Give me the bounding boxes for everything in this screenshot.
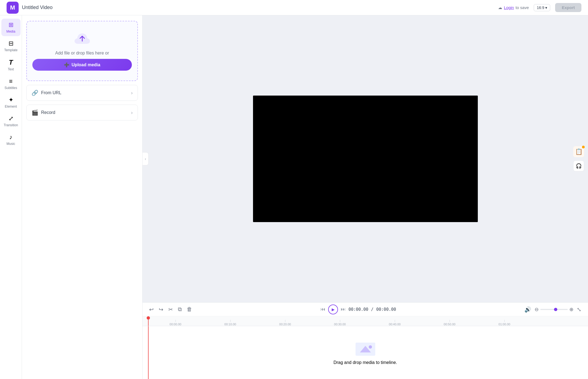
ruler-mark-4: 00:40.00 [367, 320, 422, 326]
playhead-line [148, 326, 149, 379]
notepad-icon: 📋 [575, 148, 583, 155]
video-preview-area: ‹ 📋 🎧 [143, 15, 588, 302]
sidebar: ⊞ Media ⊟ Template T Text ≡ Subtitles ✦ … [0, 15, 22, 379]
drag-drop-icon [354, 340, 376, 358]
sidebar-item-label: Element [5, 105, 17, 108]
ruler-mark-2: 00:20.00 [258, 320, 313, 326]
link-icon: 🔗 [32, 90, 38, 96]
skip-back-button[interactable]: ⏮ [320, 306, 325, 312]
sidebar-item-label: Subtitles [4, 86, 17, 90]
subtitles-icon: ≡ [9, 78, 13, 85]
text-icon: T [9, 59, 13, 66]
svg-point-2 [369, 345, 372, 349]
aspect-ratio-value: 16:9 [537, 5, 544, 10]
main-layout: ⊞ Media ⊟ Template T Text ≡ Subtitles ✦ … [0, 15, 588, 379]
timeline-empty-state: Drag and drop media to timeline. [148, 328, 583, 377]
login-area: ☁ Login to save [498, 5, 529, 10]
from-url-label: From URL [41, 90, 61, 95]
drag-drop-text: Drag and drop media to timeline. [333, 360, 397, 365]
timeline-tracks: Drag and drop media to timeline. [143, 326, 588, 379]
sidebar-item-label: Template [4, 48, 18, 52]
ruler-mark-0: 00:00.00 [148, 320, 203, 326]
export-button[interactable]: Export [555, 3, 581, 12]
zoom-in-button[interactable]: ⊕ [569, 306, 573, 312]
template-icon: ⊟ [8, 40, 13, 47]
sidebar-item-label: Text [8, 67, 14, 71]
collapse-panel-button[interactable]: ‹ [143, 152, 149, 165]
play-icon: ▶ [332, 307, 335, 312]
record-row[interactable]: 🎬 Record › [26, 105, 138, 120]
delete-button[interactable]: 🗑 [187, 306, 192, 312]
right-tools: 📋 🎧 [573, 146, 584, 171]
sidebar-item-text[interactable]: T Text [1, 56, 21, 74]
skip-forward-button[interactable]: ⏭ [341, 306, 346, 312]
upload-media-button[interactable]: ➕ Upload media [32, 59, 132, 71]
transition-icon: ⤢ [8, 115, 13, 122]
plus-icon: ➕ [64, 62, 69, 67]
headphone-icon: 🎧 [576, 163, 582, 169]
chevron-right-icon: › [131, 110, 133, 116]
upload-btn-label: Upload media [72, 62, 100, 67]
ruler-marks: 00:00.00 00:10.00 00:20.00 00:30.00 00:4… [148, 320, 583, 326]
zoom-slider[interactable] [540, 309, 568, 310]
zoom-control: ⊖ ⊕ [535, 306, 573, 312]
topbar-right: ☁ Login to save 16:9 ▾ Export [498, 3, 581, 12]
upload-cloud-icon [75, 31, 90, 47]
music-icon: ♪ [9, 134, 12, 141]
login-suffix: to save [516, 5, 529, 10]
media-panel: Add file or drop files here or ➕ Upload … [22, 15, 143, 379]
page-title: Untitled Video [22, 5, 53, 10]
topbar: M Untitled Video ☁ Login to save 16:9 ▾ … [0, 0, 588, 15]
toolbar-center: ⏮ ▶ ⏭ 00:00.00 / 00:00.00 [320, 305, 396, 314]
notepad-tool-button[interactable]: 📋 [573, 146, 584, 157]
upload-hint-text: Add file or drop files here or [55, 51, 109, 56]
cut-button[interactable]: ✂ [168, 306, 173, 313]
ruler-mark-5: 00:50.00 [422, 320, 477, 326]
playhead [148, 316, 149, 326]
undo-button[interactable]: ↩ [149, 306, 154, 313]
record-icon: 🎬 [32, 109, 38, 116]
sidebar-item-music[interactable]: ♪ Music [1, 131, 21, 148]
headphone-tool-button[interactable]: 🎧 [573, 160, 584, 171]
login-link[interactable]: Login [504, 5, 514, 10]
element-icon: ✦ [8, 96, 13, 104]
timeline-ruler: 00:00.00 00:10.00 00:20.00 00:30.00 00:4… [143, 316, 588, 326]
toolbar-right: 🔊 ⊖ ⊕ ⤡ [524, 306, 581, 313]
time-total: 00:00.00 [376, 307, 396, 312]
sidebar-item-element[interactable]: ✦ Element [1, 94, 21, 111]
sidebar-item-transition[interactable]: ⤢ Transition [1, 112, 21, 130]
sidebar-item-template[interactable]: ⊟ Template [1, 37, 21, 55]
from-url-row[interactable]: 🔗 From URL › [26, 85, 138, 101]
app-logo: M [7, 2, 19, 14]
media-icon: ⊞ [8, 21, 13, 28]
sidebar-item-label: Transition [4, 123, 18, 127]
ruler-mark-1: 00:10.00 [203, 320, 258, 326]
record-label: Record [41, 110, 55, 115]
upload-dropzone[interactable]: Add file or drop files here or ➕ Upload … [26, 21, 138, 81]
timeline-toolbar: ↩ ↪ ✂ ⧉ 🗑 ⏮ ▶ ⏭ 00:00.00 / 00:00.00 [143, 303, 588, 316]
editor-area: ‹ 📋 🎧 ↩ ↪ ✂ ⧉ 🗑 [143, 15, 588, 379]
cloud-icon: ☁ [498, 5, 502, 10]
sidebar-item-media[interactable]: ⊞ Media [1, 19, 21, 36]
toolbar-left: ↩ ↪ ✂ ⧉ 🗑 [149, 306, 192, 313]
redo-button[interactable]: ↪ [159, 306, 163, 313]
play-button[interactable]: ▶ [328, 305, 338, 314]
zoom-out-button[interactable]: ⊖ [535, 306, 539, 312]
chevron-right-icon: › [131, 90, 133, 96]
topbar-left: M Untitled Video [7, 2, 53, 14]
sidebar-item-label: Music [7, 142, 15, 146]
time-separator: / [371, 307, 373, 312]
aspect-ratio-button[interactable]: 16:9 ▾ [534, 4, 550, 11]
fullscreen-button[interactable]: ⤡ [577, 306, 581, 313]
ruler-mark-6: 01:00.00 [477, 320, 532, 326]
sidebar-item-label: Media [6, 30, 15, 33]
sidebar-item-subtitles[interactable]: ≡ Subtitles [1, 75, 21, 93]
timeline-area: ↩ ↪ ✂ ⧉ 🗑 ⏮ ▶ ⏭ 00:00.00 / 00:00.00 [143, 302, 588, 379]
copy-button[interactable]: ⧉ [178, 306, 182, 312]
video-canvas [253, 96, 478, 222]
ruler-mark-3: 00:30.00 [313, 320, 367, 326]
chevron-down-icon: ▾ [545, 5, 547, 10]
time-current: 00:00.00 [348, 307, 368, 312]
volume-button[interactable]: 🔊 [524, 306, 531, 313]
